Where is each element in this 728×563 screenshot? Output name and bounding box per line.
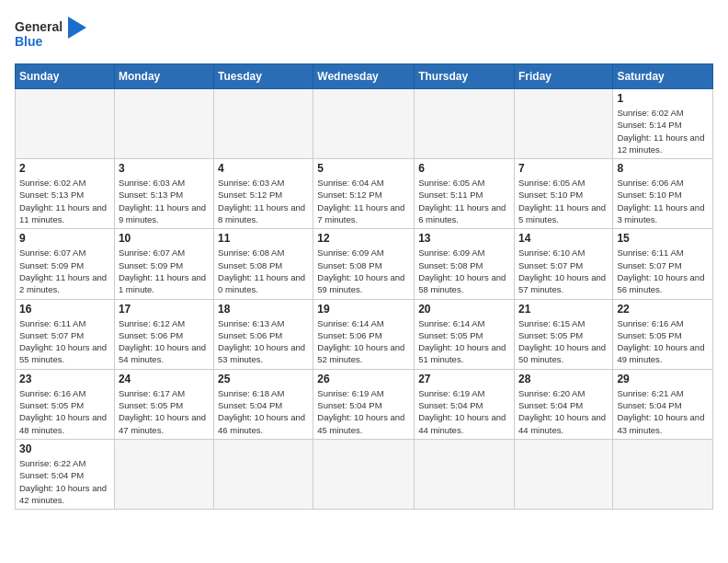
calendar: SundayMondayTuesdayWednesdayThursdayFrid… (15, 63, 713, 510)
day-number: 22 (617, 303, 709, 316)
day-cell (214, 439, 313, 509)
day-info: Sunrise: 6:07 AMSunset: 5:09 PMDaylight:… (19, 247, 110, 295)
day-info: Sunrise: 6:13 AMSunset: 5:06 PMDaylight:… (218, 317, 309, 366)
day-cell (415, 89, 515, 159)
day-info: Sunrise: 6:03 AMSunset: 5:13 PMDaylight:… (119, 177, 210, 225)
day-cell: 11Sunrise: 6:08 AMSunset: 5:08 PMDayligh… (214, 229, 313, 299)
weekday-header-friday: Friday (514, 64, 612, 89)
day-number: 8 (617, 162, 709, 175)
svg-text:General: General (15, 19, 63, 34)
day-cell: 24Sunrise: 6:17 AMSunset: 5:05 PMDayligh… (114, 369, 213, 439)
day-number: 21 (518, 303, 609, 316)
day-cell: 23Sunrise: 6:16 AMSunset: 5:05 PMDayligh… (16, 369, 115, 439)
day-info: Sunrise: 6:05 AMSunset: 5:11 PMDaylight:… (418, 177, 510, 225)
day-info: Sunrise: 6:09 AMSunset: 5:08 PMDaylight:… (418, 247, 510, 295)
day-cell: 3Sunrise: 6:03 AMSunset: 5:13 PMDaylight… (114, 159, 213, 229)
weekday-header-sunday: Sunday (16, 64, 115, 89)
day-number: 1 (617, 92, 709, 105)
day-info: Sunrise: 6:17 AMSunset: 5:05 PMDaylight:… (119, 387, 210, 436)
day-cell: 6Sunrise: 6:05 AMSunset: 5:11 PMDaylight… (415, 159, 515, 229)
day-number: 5 (317, 162, 410, 175)
week-row-1: 1Sunrise: 6:02 AMSunset: 5:14 PMDaylight… (16, 89, 713, 159)
day-number: 18 (218, 303, 309, 316)
day-cell: 21Sunrise: 6:15 AMSunset: 5:05 PMDayligh… (514, 299, 612, 369)
day-info: Sunrise: 6:02 AMSunset: 5:14 PMDaylight:… (617, 107, 709, 155)
day-number: 28 (518, 373, 609, 385)
day-number: 27 (418, 373, 510, 385)
day-info: Sunrise: 6:05 AMSunset: 5:10 PMDaylight:… (518, 177, 609, 225)
day-info: Sunrise: 6:19 AMSunset: 5:04 PMDaylight:… (317, 387, 410, 436)
day-number: 17 (119, 303, 210, 316)
day-number: 7 (518, 162, 609, 175)
day-cell (514, 89, 612, 159)
day-cell: 22Sunrise: 6:16 AMSunset: 5:05 PMDayligh… (613, 299, 713, 369)
day-cell: 25Sunrise: 6:18 AMSunset: 5:04 PMDayligh… (214, 369, 313, 439)
day-info: Sunrise: 6:20 AMSunset: 5:04 PMDaylight:… (518, 387, 609, 436)
day-cell (415, 439, 515, 509)
day-cell (114, 89, 213, 159)
page: GeneralBlue SundayMondayTuesdayWednesday… (0, 0, 728, 524)
day-number: 26 (317, 373, 410, 385)
day-number: 11 (218, 232, 309, 245)
day-cell (16, 89, 115, 159)
day-info: Sunrise: 6:21 AMSunset: 5:04 PMDaylight:… (617, 387, 709, 436)
day-number: 24 (119, 373, 210, 385)
day-cell: 30Sunrise: 6:22 AMSunset: 5:04 PMDayligh… (16, 439, 115, 509)
weekday-header-row: SundayMondayTuesdayWednesdayThursdayFrid… (16, 64, 713, 89)
day-cell: 29Sunrise: 6:21 AMSunset: 5:04 PMDayligh… (613, 369, 713, 439)
week-row-4: 16Sunrise: 6:11 AMSunset: 5:07 PMDayligh… (16, 299, 713, 369)
weekday-header-monday: Monday (114, 64, 213, 89)
day-number: 4 (218, 162, 309, 175)
day-info: Sunrise: 6:12 AMSunset: 5:06 PMDaylight:… (119, 317, 210, 366)
week-row-6: 30Sunrise: 6:22 AMSunset: 5:04 PMDayligh… (16, 439, 713, 509)
day-cell (114, 439, 213, 509)
day-info: Sunrise: 6:03 AMSunset: 5:12 PMDaylight:… (218, 177, 309, 225)
day-cell: 10Sunrise: 6:07 AMSunset: 5:09 PMDayligh… (114, 229, 213, 299)
day-number: 19 (317, 303, 410, 316)
week-row-2: 2Sunrise: 6:02 AMSunset: 5:13 PMDaylight… (16, 159, 713, 229)
day-number: 10 (119, 232, 210, 245)
day-info: Sunrise: 6:06 AMSunset: 5:10 PMDaylight:… (617, 177, 709, 225)
day-cell: 27Sunrise: 6:19 AMSunset: 5:04 PMDayligh… (415, 369, 515, 439)
day-cell: 16Sunrise: 6:11 AMSunset: 5:07 PMDayligh… (16, 299, 115, 369)
weekday-header-thursday: Thursday (415, 64, 515, 89)
day-cell: 28Sunrise: 6:20 AMSunset: 5:04 PMDayligh… (514, 369, 612, 439)
day-info: Sunrise: 6:11 AMSunset: 5:07 PMDaylight:… (19, 317, 110, 366)
day-number: 12 (317, 232, 410, 245)
day-info: Sunrise: 6:04 AMSunset: 5:12 PMDaylight:… (317, 177, 410, 225)
day-number: 13 (418, 232, 510, 245)
day-info: Sunrise: 6:18 AMSunset: 5:04 PMDaylight:… (218, 387, 309, 436)
day-number: 15 (617, 232, 709, 245)
svg-text:Blue: Blue (15, 34, 43, 49)
day-cell (514, 439, 612, 509)
day-info: Sunrise: 6:07 AMSunset: 5:09 PMDaylight:… (119, 247, 210, 295)
day-cell: 26Sunrise: 6:19 AMSunset: 5:04 PMDayligh… (313, 369, 415, 439)
day-number: 23 (19, 373, 110, 385)
day-cell (313, 89, 415, 159)
day-cell: 7Sunrise: 6:05 AMSunset: 5:10 PMDaylight… (514, 159, 612, 229)
day-info: Sunrise: 6:09 AMSunset: 5:08 PMDaylight:… (317, 247, 410, 295)
weekday-header-saturday: Saturday (613, 64, 713, 89)
header: GeneralBlue (15, 15, 713, 56)
day-cell: 8Sunrise: 6:06 AMSunset: 5:10 PMDaylight… (613, 159, 713, 229)
day-cell (313, 439, 415, 509)
day-cell: 4Sunrise: 6:03 AMSunset: 5:12 PMDaylight… (214, 159, 313, 229)
day-info: Sunrise: 6:16 AMSunset: 5:05 PMDaylight:… (617, 317, 709, 366)
day-number: 25 (218, 373, 309, 385)
day-cell: 19Sunrise: 6:14 AMSunset: 5:06 PMDayligh… (313, 299, 415, 369)
day-number: 6 (418, 162, 510, 175)
day-cell: 13Sunrise: 6:09 AMSunset: 5:08 PMDayligh… (415, 229, 515, 299)
day-cell: 2Sunrise: 6:02 AMSunset: 5:13 PMDaylight… (16, 159, 115, 229)
day-info: Sunrise: 6:11 AMSunset: 5:07 PMDaylight:… (617, 247, 709, 295)
day-number: 20 (418, 303, 510, 316)
day-cell: 20Sunrise: 6:14 AMSunset: 5:05 PMDayligh… (415, 299, 515, 369)
day-info: Sunrise: 6:10 AMSunset: 5:07 PMDaylight:… (518, 247, 609, 295)
day-cell (613, 439, 713, 509)
week-row-3: 9Sunrise: 6:07 AMSunset: 5:09 PMDaylight… (16, 229, 713, 299)
day-info: Sunrise: 6:15 AMSunset: 5:05 PMDaylight:… (518, 317, 609, 366)
day-number: 2 (19, 162, 110, 175)
day-info: Sunrise: 6:14 AMSunset: 5:06 PMDaylight:… (317, 317, 410, 366)
day-number: 3 (119, 162, 210, 175)
weekday-header-tuesday: Tuesday (214, 64, 313, 89)
day-info: Sunrise: 6:19 AMSunset: 5:04 PMDaylight:… (418, 387, 510, 436)
